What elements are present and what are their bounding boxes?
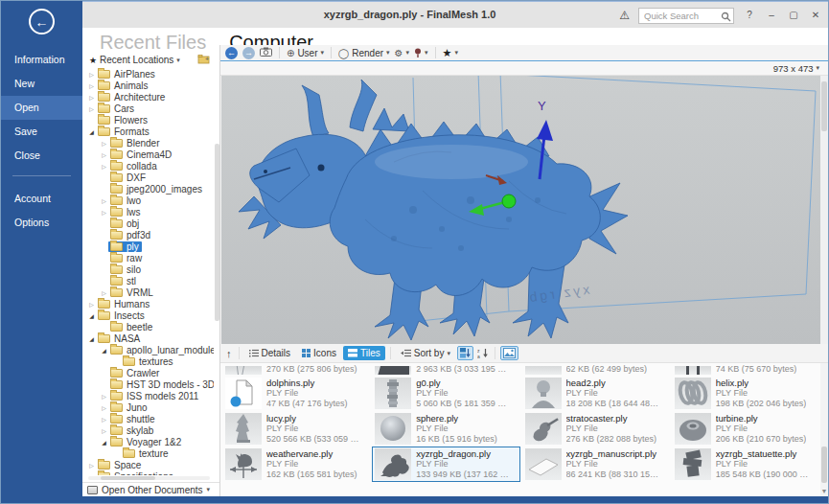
backstage-item-information[interactable]: Information bbox=[1, 48, 82, 72]
tree-expanded-arrow-icon[interactable]: ◢ bbox=[87, 335, 96, 342]
back-navigation-icon[interactable]: ← bbox=[225, 47, 238, 59]
tree-item-ply[interactable]: ply bbox=[82, 241, 214, 252]
backstage-item-account[interactable]: Account bbox=[1, 187, 82, 211]
sort-by-dropdown[interactable]: Sort by ▾ bbox=[396, 346, 455, 360]
tree-collapsed-arrow-icon[interactable]: ▷ bbox=[87, 462, 96, 469]
backstage-item-close[interactable]: Close bbox=[1, 144, 82, 168]
tree-item-pdf3d[interactable]: pdf3d bbox=[82, 229, 214, 241]
file-tile-weathervane-ply[interactable]: weathervane.plyPLY File162 KB (165 581 b… bbox=[222, 447, 370, 482]
tree-item-cinema4d[interactable]: ▷Cinema4D bbox=[82, 149, 214, 160]
tree-horizontal-scrollbar[interactable] bbox=[88, 476, 210, 480]
open-other-documents-button[interactable]: Open Other Documents bbox=[102, 485, 203, 495]
tree-collapsed-arrow-icon[interactable]: ▷ bbox=[100, 289, 108, 296]
tree-item-crawler[interactable]: Crawler bbox=[82, 367, 214, 378]
tree-item-vrml[interactable]: ▷VRML bbox=[82, 286, 214, 298]
tree-item-raw[interactable]: raw bbox=[82, 252, 214, 263]
maximize-button[interactable]: ▢ bbox=[787, 10, 800, 20]
tree-vertical-scrollbar[interactable] bbox=[215, 144, 219, 321]
file-tile-dolphins-ply[interactable]: dolphins.plyPLY File47 KB (47 176 bytes) bbox=[222, 376, 370, 411]
file-tile-xyzrgb-dragon-ply[interactable]: xyzrgb_dragon.plyPLY File133 949 KB (137… bbox=[372, 447, 519, 482]
screenshot-icon[interactable] bbox=[260, 47, 272, 58]
tree-item-space[interactable]: ▷Space bbox=[82, 459, 214, 470]
backstage-item-new[interactable]: New bbox=[1, 72, 82, 96]
tree-expanded-arrow-icon[interactable]: ◢ bbox=[87, 312, 96, 319]
tab-recent-files[interactable]: Recent Files bbox=[100, 33, 206, 52]
back-button[interactable]: ← bbox=[29, 9, 55, 34]
tree-item-juno[interactable]: ▷Juno bbox=[82, 401, 214, 413]
tree-item-blender[interactable]: ▷Blender bbox=[82, 137, 214, 149]
light-dropdown[interactable]: ▾ bbox=[414, 48, 428, 58]
tree-item-silo[interactable]: silo bbox=[82, 263, 214, 275]
viewport-scrollbar[interactable] bbox=[820, 76, 828, 344]
backstage-item-save[interactable]: Save bbox=[1, 120, 82, 144]
render-dropdown[interactable]: ◯ Render ▾ bbox=[338, 48, 390, 58]
tree-item-specifications[interactable]: ▷Specifications bbox=[82, 470, 214, 475]
tree-item-shuttle[interactable]: ▷shuttle bbox=[82, 413, 214, 424]
file-tile-sphere-ply[interactable]: sphere.plyPLY File16 KB (15 916 bytes) bbox=[372, 411, 519, 447]
tree-item-stl[interactable]: stl bbox=[82, 275, 214, 286]
tree-collapsed-arrow-icon[interactable]: ▷ bbox=[100, 151, 108, 158]
tree-item-nasa[interactable]: ◢NASA bbox=[82, 332, 214, 344]
add-favorite-folder-icon[interactable]: + bbox=[197, 55, 210, 66]
tree-item-architecture[interactable]: ▷Architecture bbox=[82, 91, 214, 103]
tree-collapsed-arrow-icon[interactable]: ▷ bbox=[87, 71, 96, 78]
tree-expanded-arrow-icon[interactable]: ◢ bbox=[100, 347, 108, 354]
user-view-dropdown[interactable]: ⊕ User ▾ bbox=[287, 48, 324, 58]
tree-collapsed-arrow-icon[interactable]: ▷ bbox=[100, 197, 108, 204]
tree-item-airplanes[interactable]: ▷AirPlanes bbox=[82, 68, 214, 80]
tree-item-humans[interactable]: ▷Humans bbox=[82, 298, 214, 309]
file-tile-partial[interactable]: 74 KB (75 670 bytes) bbox=[672, 363, 819, 376]
up-folder-icon[interactable]: ↑ bbox=[224, 347, 234, 360]
3d-viewport[interactable]: Y xyz rgb bbox=[221, 76, 820, 344]
files-scrollbar[interactable]: ▼ bbox=[820, 363, 828, 496]
tree-collapsed-arrow-icon[interactable]: ▷ bbox=[87, 301, 96, 308]
tree-item-lws[interactable]: ▷lws bbox=[82, 206, 214, 218]
tree-item-textures[interactable]: textures bbox=[82, 355, 214, 367]
tree-collapsed-arrow-icon[interactable]: ▷ bbox=[87, 105, 96, 112]
tree-item-texture[interactable]: texture bbox=[82, 447, 214, 459]
search-icon[interactable] bbox=[721, 9, 731, 26]
tree-collapsed-arrow-icon[interactable]: ▷ bbox=[87, 82, 96, 89]
tree-collapsed-arrow-icon[interactable]: ▷ bbox=[100, 404, 108, 411]
caret-down-icon[interactable]: ▾ bbox=[207, 486, 211, 493]
settings-dropdown[interactable]: ⚙ ▾ bbox=[395, 48, 409, 58]
tree-collapsed-arrow-icon[interactable]: ▷ bbox=[100, 427, 108, 434]
tree-item-jpeg2000-images[interactable]: jpeg2000_images bbox=[82, 183, 214, 195]
file-tile-head2-ply[interactable]: head2.plyPLY File18 208 KB (18 644 48… bbox=[522, 376, 670, 411]
tree-item-lwo[interactable]: ▷lwo bbox=[82, 195, 214, 206]
tree-item-hst-3d-models-3d[interactable]: HST 3D models - 3D... bbox=[82, 378, 214, 390]
tree-item-skylab[interactable]: ▷skylab bbox=[82, 424, 214, 436]
tree-item-beetle[interactable]: beetle bbox=[82, 321, 214, 332]
file-tile-stratocaster-ply[interactable]: stratocaster.plyPLY File276 KB (282 088 … bbox=[522, 411, 670, 447]
preview-thumbnails-button[interactable] bbox=[500, 346, 518, 360]
file-tile-xyzrgb-statuette-ply[interactable]: xyzrgb_statuette.plyPLY File185 548 KB (… bbox=[672, 447, 819, 482]
caret-down-icon[interactable]: ▾ bbox=[816, 64, 819, 72]
tree-collapsed-arrow-icon[interactable]: ▷ bbox=[100, 416, 108, 423]
recent-locations-button[interactable]: Recent Locations bbox=[100, 55, 173, 65]
tree-item-insects[interactable]: ◢Insects bbox=[82, 309, 214, 321]
file-tile-partial[interactable]: 2 963 KB (3 033 195 … bbox=[372, 363, 519, 376]
tree-collapsed-arrow-icon[interactable]: ▷ bbox=[87, 473, 96, 476]
tree-expanded-arrow-icon[interactable]: ◢ bbox=[100, 439, 108, 446]
tree-item-formats[interactable]: ◢Formats bbox=[82, 126, 214, 137]
file-tile-partial[interactable]: 62 KB (62 499 bytes) bbox=[522, 363, 670, 376]
sort-ascending-button[interactable] bbox=[457, 346, 473, 360]
view-tiles-button[interactable]: Tiles bbox=[343, 346, 385, 360]
quick-search-input[interactable] bbox=[638, 8, 734, 24]
sort-descending-button[interactable]: za bbox=[475, 347, 490, 359]
tree-item-dxf[interactable]: DXF bbox=[82, 172, 214, 183]
caret-down-icon[interactable]: ▾ bbox=[176, 57, 180, 64]
file-tile-xyzrgb-manuscript-ply[interactable]: xyzrgb_manuscript.plyPLY File86 241 KB (… bbox=[522, 447, 670, 482]
view-icons-button[interactable]: Icons bbox=[297, 346, 341, 360]
backstage-item-options[interactable]: Options bbox=[1, 211, 82, 235]
tree-item-voyager-1-2[interactable]: ◢Voyager 1&2 bbox=[82, 436, 214, 447]
tree-collapsed-arrow-icon[interactable]: ▷ bbox=[100, 140, 108, 147]
help-button[interactable]: ? bbox=[743, 10, 756, 20]
minimize-button[interactable]: – bbox=[765, 10, 778, 20]
tree-collapsed-arrow-icon[interactable]: ▷ bbox=[100, 393, 108, 400]
backstage-item-open[interactable]: Open bbox=[1, 96, 82, 120]
tree-item-iss-models-2011[interactable]: ▷ISS models 2011 bbox=[82, 390, 214, 401]
tree-expanded-arrow-icon[interactable]: ◢ bbox=[87, 128, 96, 135]
tree-collapsed-arrow-icon[interactable]: ▷ bbox=[87, 94, 96, 101]
tree-collapsed-arrow-icon[interactable]: ▷ bbox=[100, 209, 108, 216]
